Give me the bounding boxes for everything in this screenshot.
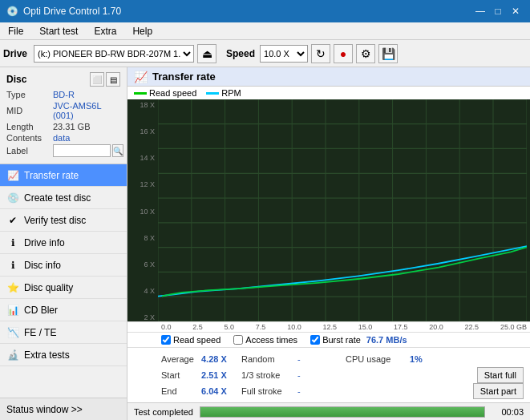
menu-start-test[interactable]: Start test [34,24,83,38]
main-area: Disc ⬜ ▤ Type BD-R MID JVC-AMS6L (001) L… [0,67,530,420]
start-full-button[interactable]: Start full [477,367,524,383]
disc-header: Disc ⬜ ▤ [6,72,120,87]
status-window-button[interactable]: Status window >> [0,398,127,420]
nav-verify-test-label: Verify test disc [24,215,86,226]
y-axis-labels: 18 X 16 X 14 X 12 X 10 X 8 X 6 X 4 X 2 X [127,99,156,321]
burst-rate-value: 76.7 MB/s [366,335,407,345]
nav-drive-info[interactable]: ℹ Drive info [0,232,127,254]
stats-area: Average 4.28 X Random - CPU usage 1% Sta… [127,347,530,402]
legend-rpm-label: RPM [221,88,241,98]
nav-drive-info-label: Drive info [24,237,65,248]
disc-contents-label: Contents [6,133,53,143]
chart-header: 📈 Transfer rate [127,67,530,87]
nav-items: 📈 Transfer rate 💿 Create test disc ✔ Ver… [0,164,127,366]
nav-create-test-disc[interactable]: 💿 Create test disc [0,187,127,209]
close-button[interactable]: ✕ [508,4,524,18]
x-7-5: 7.5 [256,323,266,331]
access-times-checkbox[interactable] [233,335,243,345]
disc-quality-icon: ⭐ [6,281,19,294]
eject-button[interactable]: ⏏ [197,44,216,63]
y-label-12: 12 X [127,180,155,188]
disc-icon-btn2[interactable]: ▤ [106,72,120,87]
stats-1-3-stroke-label: 1/3 stroke [241,370,297,380]
stats-random-value: - [297,354,346,364]
stats-cpu-label: CPU usage [346,354,410,364]
refresh-button[interactable]: ↻ [311,44,330,63]
legend-rpm: RPM [206,88,241,98]
chart-legend: Read speed RPM [127,87,530,99]
chart-title: Transfer rate [152,71,216,83]
y-label-18: 18 X [127,101,155,109]
svg-rect-0 [158,99,527,321]
maximize-button[interactable]: □ [490,4,506,18]
x-17-5: 17.5 [394,323,408,331]
speed-select[interactable]: 10.0 X [260,45,308,63]
stats-start-value: 2.51 X [201,370,241,380]
label-icon-btn[interactable]: 🔍 [112,144,123,157]
nav-cd-bler[interactable]: 📊 CD Bler [0,299,127,321]
read-speed-checkbox-label: Read speed [173,335,220,345]
nav-verify-test-disc[interactable]: ✔ Verify test disc [0,209,127,232]
disc-length-label: Length [6,122,53,131]
disc-mid-row: MID JVC-AMS6L (001) [6,101,120,120]
y-label-4: 4 X [127,287,155,295]
nav-extra-tests-label: Extra tests [24,349,70,361]
stats-start-label: Start [161,370,201,380]
stats-random-label: Random [241,354,297,364]
status-window-label: Status window >> [6,404,83,415]
burn-button[interactable]: ● [334,44,353,63]
menu-extra[interactable]: Extra [89,24,121,38]
disc-title: Disc [6,74,26,85]
legend-read-speed-label: Read speed [149,88,196,98]
access-times-checkbox-item: Access times [233,335,297,345]
start-part-button[interactable]: Start part [473,383,524,399]
stats-cpu-value: 1% [410,354,450,364]
menu-help[interactable]: Help [127,24,157,38]
title-bar-left: 💿 Opti Drive Control 1.70 [6,6,121,17]
menu-file[interactable]: File [3,24,28,38]
disc-section: Disc ⬜ ▤ Type BD-R MID JVC-AMS6L (001) L… [0,67,127,164]
create-test-icon: 💿 [6,192,19,204]
save-button[interactable]: 💾 [378,44,398,63]
nav-disc-quality[interactable]: ⭐ Disc quality [0,277,127,299]
nav-transfer-rate-label: Transfer rate [24,170,79,181]
x-10: 10.0 [287,323,301,331]
nav-transfer-rate[interactable]: 📈 Transfer rate [0,164,127,187]
read-speed-checkbox-item: Read speed [161,335,220,345]
disc-contents-value: data [53,133,70,143]
minimize-button[interactable]: — [472,4,488,18]
drive-info-icon: ℹ [6,236,19,249]
app-title: Opti Drive Control 1.70 [23,6,121,17]
chart-checkboxes: Read speed Access times Burst rate 76.7 … [127,332,530,347]
fe-te-icon: 📉 [6,326,19,339]
statusbar: Test completed 00:03 [127,402,530,420]
x-12-5: 12.5 [322,323,337,331]
nav-cd-bler-label: CD Bler [24,305,58,316]
stats-average-label: Average [161,354,201,364]
content-area: 📈 Transfer rate Read speed RPM [127,67,530,420]
stats-end-label: End [161,386,201,396]
verify-test-icon: ✔ [6,214,19,227]
chart-title-icon: 📈 [134,71,148,83]
access-times-checkbox-label: Access times [245,335,297,345]
disc-type-row: Type BD-R [6,90,120,99]
x-15: 15.0 [358,323,373,331]
stats-1-3-stroke-value: - [297,370,346,380]
nav-extra-tests[interactable]: 🔬 Extra tests [0,344,127,366]
settings-button[interactable]: ⚙ [356,44,375,63]
disc-label-input[interactable] [53,144,111,157]
y-label-2: 2 X [127,313,155,321]
disc-contents-row: Contents data [6,133,120,143]
disc-mid-label: MID [6,106,53,115]
drive-select[interactable]: (k:) PIONEER BD-RW BDR-207M 1.60 [34,45,194,63]
cd-bler-icon: 📊 [6,304,19,317]
disc-info-icon: ℹ [6,259,19,272]
burst-rate-checkbox[interactable] [310,335,320,345]
read-speed-checkbox[interactable] [161,335,171,345]
legend-rpm-color [206,92,219,95]
disc-icon-btn1[interactable]: ⬜ [90,72,104,87]
nav-fe-te[interactable]: 📉 FE / TE [0,321,127,344]
disc-icons: ⬜ ▤ [90,72,120,87]
nav-disc-info[interactable]: ℹ Disc info [0,254,127,277]
y-label-14: 14 X [127,154,155,162]
